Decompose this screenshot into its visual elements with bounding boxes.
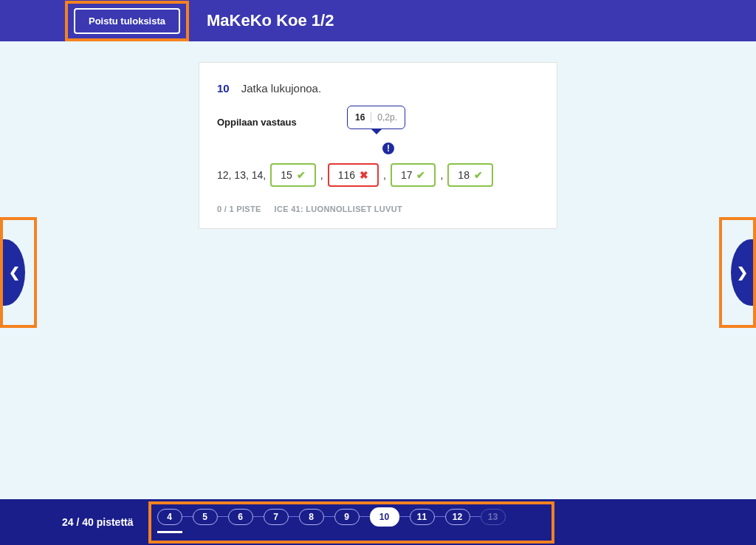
exit-highlight: Poistu tuloksista	[65, 1, 189, 41]
separator: ,	[383, 169, 386, 181]
separator: ,	[320, 169, 323, 181]
pager-item-12[interactable]: 12	[445, 509, 470, 525]
check-icon: ✔	[416, 169, 425, 181]
answer-value: 15	[281, 169, 292, 181]
cross-icon: ✖	[360, 169, 368, 181]
total-score: 24 / 40 pistettä	[62, 516, 134, 528]
pager-item-7[interactable]: 7	[264, 509, 289, 525]
pager-item-10[interactable]: 10	[370, 507, 399, 527]
pager-item-6[interactable]: 6	[228, 509, 253, 525]
pager-item-5[interactable]: 5	[193, 509, 218, 525]
next-highlight: ❯	[719, 217, 756, 328]
answer-box: 18 ✔	[447, 163, 493, 187]
prev-highlight: ❮	[0, 217, 37, 328]
prev-question-button[interactable]: ❮	[3, 239, 25, 306]
pager-item-8[interactable]: 8	[299, 509, 324, 525]
sequence-prefix: 12, 13, 14,	[217, 169, 266, 181]
answer-box: 116 ✖	[328, 163, 379, 187]
answer-value: 17	[401, 169, 413, 181]
exit-results-button[interactable]: Poistu tuloksista	[74, 8, 180, 34]
pager-item-4[interactable]: 4	[157, 509, 182, 525]
pager-link	[399, 516, 410, 517]
pager-link	[218, 516, 228, 517]
pager-highlight: 45678910111213	[148, 501, 554, 544]
answer-value: 18	[458, 169, 470, 181]
answer-box: 17 ✔	[391, 163, 436, 187]
answer-box: 15 ✔	[270, 163, 316, 187]
correct-answer-tooltip: 16 0,2p.	[347, 106, 405, 129]
footer-bar: 24 / 40 pistettä 45678910111213	[0, 499, 756, 545]
header-bar: Poistu tuloksista MaKeKo Koe 1/2	[0, 0, 756, 41]
pager-link	[253, 516, 264, 517]
pager-item-13[interactable]: 13	[481, 509, 506, 525]
tooltip-value: 16	[355, 112, 365, 123]
question-number: 10	[217, 82, 230, 95]
tooltip-divider	[371, 112, 371, 123]
pager-link	[435, 516, 445, 517]
alert-icon: !	[381, 141, 396, 156]
pager-item-11[interactable]: 11	[410, 509, 435, 525]
page-title: MaKeKo Koe 1/2	[207, 11, 334, 30]
check-icon: ✔	[297, 169, 306, 181]
pager-item-9[interactable]: 9	[334, 509, 360, 525]
pager-underline	[157, 531, 182, 533]
separator: ,	[440, 169, 443, 181]
answer-value: 116	[338, 169, 355, 181]
score-meta: 0 / 1 PISTE	[217, 205, 261, 213]
chevron-left-icon: ❮	[9, 264, 20, 281]
question-meta: 0 / 1 PISTE ICE 41: LUONNOLLISET LUVUT	[217, 205, 539, 213]
pager-link	[289, 516, 299, 517]
pager-link	[470, 516, 481, 517]
pager-link	[182, 516, 193, 517]
question-card: 10 Jatka lukujonoa. Oppilaan vastaus 16 …	[199, 62, 557, 229]
question-pager: 45678910111213	[157, 507, 546, 527]
answer-sequence: 12, 13, 14, 15 ✔ , 116 ✖ , 17 ✔ , 18 ✔	[217, 163, 539, 187]
pager-link	[360, 516, 370, 517]
tooltip-points: 0,2p.	[377, 112, 397, 123]
pager-link	[324, 516, 334, 517]
topic-meta: ICE 41: LUONNOLLISET LUVUT	[275, 205, 402, 213]
question-prompt: Jatka lukujonoa.	[241, 82, 321, 95]
chevron-right-icon: ❯	[737, 264, 748, 281]
check-icon: ✔	[474, 169, 483, 181]
next-question-button[interactable]: ❯	[731, 239, 753, 306]
